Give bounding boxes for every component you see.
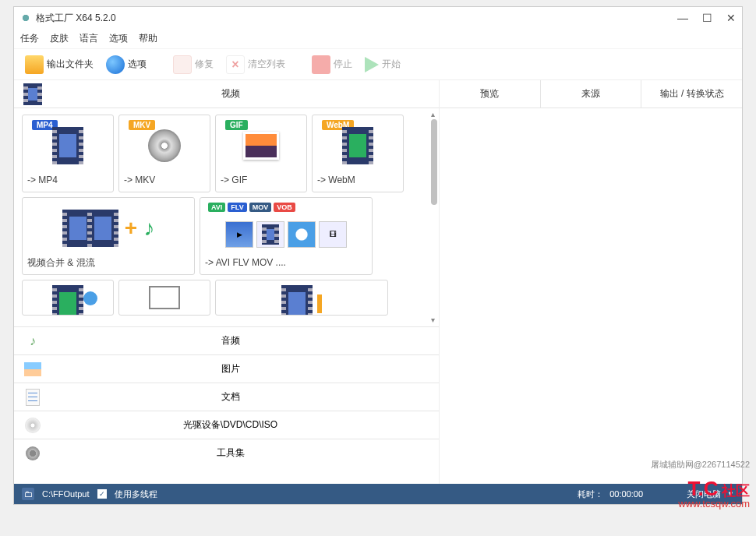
menu-options[interactable]: 选项: [109, 32, 128, 45]
globe-icon: [106, 55, 125, 74]
menu-task[interactable]: 任务: [20, 32, 39, 45]
flv-badge: FLV: [228, 203, 246, 212]
mov-thumb: [288, 221, 316, 248]
content-area: 视频 ▴ ▾ MP4 -> MP4: [14, 80, 742, 484]
category-picture[interactable]: 图片: [14, 354, 439, 383]
options-button[interactable]: 选项: [101, 54, 151, 76]
window-controls: — ☐ ✕: [677, 12, 736, 24]
elapsed-label: 耗时：: [578, 488, 603, 500]
gear-icon: [22, 443, 44, 464]
plus-icon: +: [125, 216, 137, 241]
tile-webm[interactable]: WebM -> WebM: [312, 115, 404, 192]
document-icon: [22, 386, 44, 408]
menu-skin[interactable]: 皮肤: [50, 32, 69, 45]
col-output-status[interactable]: 输出 / 转换状态: [641, 80, 742, 108]
titlebar: 格式工厂 X64 5.2.0 — ☐ ✕: [14, 7, 742, 29]
repair-icon: [173, 55, 192, 74]
folder-status-icon[interactable]: 🗀: [22, 488, 34, 500]
maximize-button[interactable]: ☐: [702, 12, 712, 24]
close-button[interactable]: ✕: [726, 12, 736, 24]
tile-partial-1[interactable]: [22, 280, 114, 316]
right-panel: 预览 来源 输出 / 转换状态: [440, 80, 742, 484]
photo-icon: [243, 132, 279, 160]
category-tools[interactable]: 工具集: [14, 439, 439, 467]
left-panel: 视频 ▴ ▾ MP4 -> MP4: [14, 80, 440, 484]
task-list-empty: [440, 108, 742, 484]
start-label: 开始: [382, 58, 401, 71]
video-grid-area: ▴ ▾ MP4 -> MP4 MKV: [14, 108, 439, 484]
output-folder-button[interactable]: 输出文件夹: [20, 54, 98, 76]
repair-label: 修复: [195, 58, 214, 71]
tile-gif[interactable]: GIF -> GIF: [215, 115, 307, 192]
category-audio[interactable]: ♪ 音频: [14, 326, 439, 354]
tools-title: 工具集: [51, 446, 439, 460]
tile-mp4[interactable]: MP4 -> MP4: [22, 115, 114, 192]
scrollbar-thumb[interactable]: [431, 119, 437, 205]
start-button[interactable]: 开始: [360, 55, 405, 74]
merge-label: 视频合并 & 混流: [27, 253, 189, 270]
gif-label: -> GIF: [221, 171, 302, 185]
disc-drive-icon: [22, 414, 44, 436]
tile-partial-4[interactable]: [22, 320, 59, 326]
mp4-label: -> MP4: [27, 171, 108, 185]
play-icon: [365, 57, 379, 72]
flv-thumb: [256, 221, 284, 248]
multithread-checkbox[interactable]: ✓: [97, 489, 107, 499]
scroll-up-icon[interactable]: ▴: [428, 110, 437, 119]
menu-help[interactable]: 帮助: [139, 32, 157, 45]
delete-icon: [226, 55, 245, 74]
mkv-label: -> MKV: [124, 171, 205, 185]
menubar: 任务 皮肤 语言 选项 帮助: [14, 29, 742, 49]
tile-multi-format[interactable]: AVI FLV MOV VOB ▶ 🎞: [200, 197, 373, 275]
clear-list-button[interactable]: 清空列表: [221, 54, 290, 76]
statusbar: 🗀 C:\FFOutput ✓ 使用多线程 耗时： 00:00:00 关闭电脑 …: [14, 484, 742, 504]
multithread-label: 使用多线程: [115, 488, 157, 500]
category-rom[interactable]: 光驱设备\DVD\CD\ISO: [14, 411, 439, 439]
app-icon: [20, 12, 31, 23]
vob-badge: VOB: [274, 203, 295, 212]
minimize-button[interactable]: —: [677, 12, 688, 24]
disc-icon: [148, 129, 181, 162]
output-path[interactable]: C:\FFOutput: [42, 489, 90, 499]
webm-label: -> WebM: [317, 171, 398, 185]
rom-title: 光驱设备\DVD\CD\ISO: [51, 418, 439, 432]
picture-title: 图片: [51, 362, 439, 376]
tile-merge[interactable]: + ♪ 视频合并 & 混流: [22, 197, 195, 275]
video-icon: [22, 83, 44, 105]
category-video-title: 视频: [51, 87, 439, 100]
tile-partial-2[interactable]: [118, 280, 210, 316]
multi-badges: AVI FLV MOV VOB: [208, 203, 295, 212]
avi-badge: AVI: [208, 203, 225, 212]
stop-icon: [312, 55, 330, 74]
scroll-down-icon[interactable]: ▾: [428, 316, 437, 325]
gif-badge: GIF: [225, 120, 248, 130]
menu-language[interactable]: 语言: [79, 32, 98, 45]
folder-icon: [25, 55, 44, 74]
elapsed-value: 00:00:00: [609, 489, 643, 499]
category-document[interactable]: 文档: [14, 383, 439, 411]
tile-mkv[interactable]: MKV -> MKV: [118, 115, 210, 192]
repair-button[interactable]: 修复: [168, 54, 218, 76]
audio-title: 音频: [51, 334, 439, 347]
window-title: 格式工厂 X64 5.2.0: [36, 12, 116, 25]
tile-partial-3[interactable]: [215, 280, 388, 316]
video-scroll: ▴ ▾ MP4 -> MP4 MKV: [14, 108, 439, 326]
options-label: 选项: [128, 58, 147, 71]
stop-label: 停止: [334, 58, 352, 71]
shutdown-label: 关闭电脑: [687, 488, 721, 500]
audio-icon: ♪: [22, 330, 44, 352]
right-panel-header: 预览 来源 输出 / 转换状态: [440, 80, 742, 108]
col-preview[interactable]: 预览: [440, 80, 541, 108]
video-tiles: MP4 -> MP4 MKV -> MKV: [14, 108, 439, 326]
shutdown-dropdown-icon[interactable]: ▼: [727, 490, 734, 498]
output-folder-label: 输出文件夹: [47, 58, 94, 71]
stop-button[interactable]: 停止: [307, 54, 357, 76]
picture-icon: [22, 358, 44, 380]
app-window: 格式工厂 X64 5.2.0 — ☐ ✕ 任务 皮肤 语言 选项 帮助 输出文件…: [13, 6, 743, 505]
mkv-badge: MKV: [129, 120, 155, 130]
col-source[interactable]: 来源: [541, 80, 642, 108]
avi-thumb: ▶: [225, 221, 253, 248]
category-video-header[interactable]: 视频: [14, 80, 439, 108]
document-title: 文档: [51, 390, 439, 404]
multi-label: -> AVI FLV MOV ....: [205, 254, 367, 268]
